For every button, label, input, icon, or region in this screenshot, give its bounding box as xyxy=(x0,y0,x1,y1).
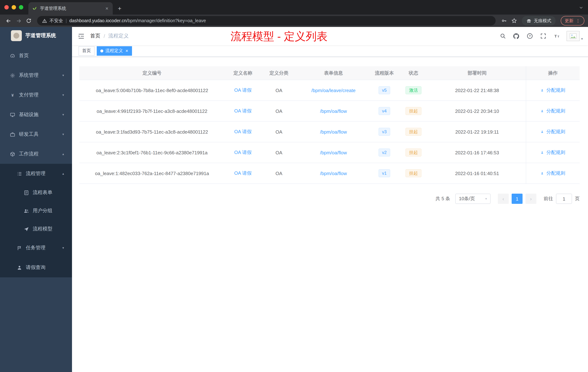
column-header: 定义编号 xyxy=(79,66,225,80)
assign-rule-link[interactable]: 分配规则 xyxy=(541,108,565,114)
pagination: 共 5 条 10条/页 ▾ ‹ 1 › 前往 页 xyxy=(72,194,580,204)
cell-definition-id: oa_leave:4:991f2193-7b7f-11ec-a3c8-acde4… xyxy=(79,101,225,121)
form-icon xyxy=(23,190,29,196)
chevron-down-icon: ▾ xyxy=(62,93,64,97)
cell-deploy-time: 2022-01-22 21:48:38 xyxy=(428,80,526,100)
form-link[interactable]: /bpm/oa/flow xyxy=(320,150,347,155)
group-icon xyxy=(23,208,29,214)
leave-icon xyxy=(16,265,22,271)
column-header: 流程版本 xyxy=(370,66,399,80)
password-key-icon[interactable] xyxy=(499,16,509,25)
form-link[interactable]: /bpm/oa/flow xyxy=(320,171,347,176)
tag-home[interactable]: 首页 xyxy=(79,46,94,55)
setting-icon xyxy=(10,72,15,78)
svg-text:T: T xyxy=(555,34,557,38)
window-close-button[interactable] xyxy=(4,5,9,10)
new-tab-button[interactable]: + xyxy=(118,5,121,12)
page-size-select[interactable]: 10条/页 ▾ xyxy=(455,194,491,204)
form-link[interactable]: /bpm/oa/leave/create xyxy=(311,88,356,93)
assign-rule-link[interactable]: 分配规则 xyxy=(541,129,565,135)
definition-name-link[interactable]: OA 请假 xyxy=(234,170,252,176)
github-icon[interactable] xyxy=(513,33,520,40)
window-minimize-button[interactable] xyxy=(12,5,16,10)
version-badge: v3 xyxy=(378,128,390,136)
sidebar-menu: 首页 系统管理▾ ¥ 支付管理▾ 基础设施▾ 研发工具▾ 工作流程▴ 流程管理▴… xyxy=(0,44,72,277)
close-icon[interactable]: × xyxy=(126,48,128,53)
tab-title: 芋道管理系统 xyxy=(40,5,102,11)
app-logo[interactable]: 芋道管理系统 xyxy=(0,27,72,44)
column-header: 定义分类 xyxy=(261,66,297,80)
user-icon xyxy=(541,171,545,175)
cell-category: OA xyxy=(261,121,297,142)
sidebar-item-infra[interactable]: 基础设施▾ xyxy=(0,105,72,124)
menu-dots-icon[interactable] xyxy=(576,18,580,23)
breadcrumb-current: 流程定义 xyxy=(108,33,129,39)
sidebar-item-devtool[interactable]: 研发工具▾ xyxy=(0,124,72,144)
sidebar-item-process-manage[interactable]: 流程管理▴ xyxy=(0,164,72,184)
tab-close-icon[interactable]: × xyxy=(105,5,109,11)
cell-deploy-time: 2022-01-22 19:19:11 xyxy=(428,121,526,142)
cell-deploy-time: 2022-01-16 17:46:53 xyxy=(428,142,526,163)
back-icon[interactable] xyxy=(4,16,13,25)
forward-icon[interactable] xyxy=(14,16,23,25)
user-icon xyxy=(541,109,545,113)
column-header: 定义名称 xyxy=(225,66,261,80)
cell-category: OA xyxy=(261,142,297,163)
cell-category: OA xyxy=(261,101,297,121)
definition-name-link[interactable]: OA 请假 xyxy=(234,108,252,114)
browser-tab[interactable]: 芋道管理系统 × xyxy=(28,2,113,15)
assign-rule-link[interactable]: 分配规则 xyxy=(541,170,565,176)
window-zoom-button[interactable] xyxy=(19,5,23,10)
definition-name-link[interactable]: OA 请假 xyxy=(234,129,252,135)
prev-page-button[interactable]: ‹ xyxy=(498,194,509,204)
definition-name-link[interactable]: OA 请假 xyxy=(234,149,252,156)
help-icon[interactable]: ? xyxy=(526,33,534,40)
url-bar[interactable]: 不安全 | dashboard.yudao.iocoder.cn/bpm/man… xyxy=(37,16,496,25)
next-page-button[interactable]: › xyxy=(525,194,536,204)
bookmark-star-icon[interactable] xyxy=(509,16,519,25)
sidebar-item-task-manage[interactable]: 任务管理▾ xyxy=(0,238,72,258)
definition-name-link[interactable]: OA 请假 xyxy=(234,87,252,94)
user-avatar[interactable]: ▾ xyxy=(567,31,583,41)
search-icon[interactable] xyxy=(499,33,506,40)
tab-search-chevron-down-icon[interactable] xyxy=(578,5,584,12)
chevron-up-icon: ▴ xyxy=(62,172,64,175)
breadcrumb-home[interactable]: 首页 xyxy=(90,33,100,39)
column-header: 部署时间 xyxy=(428,66,526,80)
update-button[interactable]: 更新 xyxy=(561,16,584,25)
logo-avatar xyxy=(11,30,22,41)
cell-category: OA xyxy=(261,163,297,184)
status-badge: 激活 xyxy=(405,86,421,94)
assign-rule-link[interactable]: 分配规则 xyxy=(541,149,565,156)
form-link[interactable]: /bpm/oa/flow xyxy=(320,108,347,114)
column-header: 表单信息 xyxy=(297,66,370,80)
sidebar-item-leave-query[interactable]: 请假查询 xyxy=(0,258,72,277)
sidebar-item-payment[interactable]: ¥ 支付管理▾ xyxy=(0,85,72,105)
sidebar: 芋道管理系统 首页 系统管理▾ ¥ 支付管理▾ 基础设施▾ 研发工具▾ 工作流程… xyxy=(0,27,72,372)
form-link[interactable]: /bpm/oa/flow xyxy=(320,129,347,134)
sidebar-item-process-model[interactable]: 流程模型 xyxy=(0,220,72,238)
incognito-spy-icon xyxy=(526,18,532,23)
breadcrumb: 首页 / 流程定义 xyxy=(90,33,129,39)
sidebar-item-user-group[interactable]: 用户分组 xyxy=(0,202,72,220)
version-badge: v4 xyxy=(378,107,390,115)
svg-text:T: T xyxy=(557,35,559,38)
sidebar-item-workflow[interactable]: 工作流程▴ xyxy=(0,144,72,164)
column-header: 操作 xyxy=(526,66,580,80)
fullscreen-icon[interactable] xyxy=(540,33,547,40)
svg-text:?: ? xyxy=(529,34,531,38)
security-warning-icon[interactable] xyxy=(42,18,47,23)
tag-process-definition[interactable]: 流程定义 × xyxy=(97,46,132,55)
svg-text:¥: ¥ xyxy=(11,93,14,97)
reload-icon[interactable] xyxy=(24,16,33,25)
assign-rule-link[interactable]: 分配规则 xyxy=(541,87,565,94)
sidebar-item-home[interactable]: 首页 xyxy=(0,46,72,66)
sidebar-item-process-form[interactable]: 流程表单 xyxy=(0,184,72,202)
page-number-button[interactable]: 1 xyxy=(512,194,523,204)
font-size-icon[interactable]: TT xyxy=(553,33,560,40)
hamburger-icon[interactable] xyxy=(72,33,90,40)
page-content: 定义编号定义名称定义分类表单信息流程版本状态部署时间操作 oa_leave:5:… xyxy=(72,57,588,372)
payment-icon: ¥ xyxy=(10,92,15,98)
sidebar-item-system[interactable]: 系统管理▾ xyxy=(0,66,72,85)
goto-page-input[interactable] xyxy=(556,194,572,204)
